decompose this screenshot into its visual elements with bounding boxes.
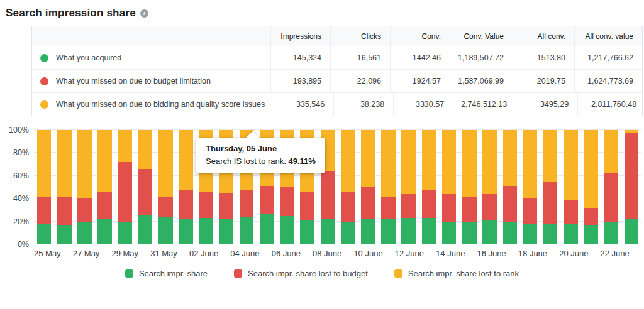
segment-lost-to-rank (462, 130, 477, 197)
bar-slot (419, 130, 439, 244)
segment-lost-to-rank (543, 130, 558, 182)
info-icon[interactable]: i (140, 9, 148, 18)
bar-25-may[interactable] (37, 130, 52, 244)
bar-30-may[interactable] (138, 130, 153, 244)
x-tick-label: 06 June (272, 249, 301, 258)
segment-lost-to-budget (321, 171, 335, 219)
x-axis: 25 May27 May29 May31 May02 June04 June06… (34, 244, 641, 258)
x-tick-label (177, 249, 189, 258)
segment-impr-share (118, 222, 133, 244)
segment-lost-to-budget (361, 187, 375, 219)
x-tick-label (383, 249, 395, 258)
segment-lost-to-budget (97, 192, 112, 219)
bar-slot (155, 130, 175, 244)
segment-lost-to-rank (57, 130, 72, 197)
segment-lost-to-rank (341, 130, 355, 192)
bar-29-may[interactable] (118, 130, 133, 244)
page-header: Search impression share i (0, 0, 644, 19)
bar-13-june[interactable] (422, 130, 436, 244)
segment-impr-share (503, 222, 518, 244)
bar-12-june[interactable] (401, 130, 416, 244)
segment-lost-to-budget (401, 194, 416, 218)
search-impression-share-page: Search impression share i ImpressionsCli… (0, 0, 644, 309)
x-tick-label (218, 249, 230, 258)
segment-impr-share (260, 214, 274, 244)
segment-impr-share (422, 218, 436, 244)
legend-item-search-impr-share-lost-to-budget[interactable]: Search impr. share lost to budget (234, 269, 368, 278)
segment-lost-to-rank (564, 130, 578, 200)
column-header: All conv. (513, 26, 574, 46)
segment-lost-to-rank (604, 130, 619, 173)
legend-label: Search impr. share (139, 269, 208, 278)
value-cell: 1513.80 (513, 46, 574, 69)
segment-lost-to-budget (179, 190, 193, 219)
value-cell: 1924.57 (390, 70, 450, 92)
impression-share-chart: 0%20%40%60%80%100% Thursday, 05 June Sea… (4, 130, 641, 258)
segment-lost-to-budget (604, 173, 619, 221)
bar-14-june[interactable] (442, 130, 457, 244)
legend-item-search-impr-share-lost-to-rank[interactable]: Search impr. share lost to rank (394, 269, 519, 278)
value-cell: 2,746,512.13 (453, 93, 516, 116)
bar-27-may[interactable] (77, 130, 92, 244)
value-cell: 1442.46 (390, 46, 450, 69)
page-title: Search impression share (6, 7, 136, 19)
segment-impr-share (523, 224, 538, 244)
table-body: What you acquired145,32416,5611442.461,1… (32, 46, 642, 116)
bar-19-june[interactable] (543, 130, 558, 244)
tooltip-label: Search IS lost to rank: (206, 156, 289, 166)
segment-impr-share (158, 217, 173, 244)
segment-lost-to-rank (422, 130, 436, 190)
legend-swatch-icon (234, 269, 242, 278)
chart-legend: Search impr. shareSearch impr. share los… (0, 269, 644, 278)
bar-20-june[interactable] (564, 130, 578, 244)
x-tick-label: 18 June (518, 249, 547, 258)
value-cell: 1,217,766.62 (574, 46, 642, 69)
segment-impr-share (37, 224, 52, 244)
bar-15-june[interactable] (462, 130, 477, 244)
segment-impr-share (321, 219, 335, 244)
series-color-dot (40, 100, 48, 109)
bar-31-may[interactable] (158, 130, 173, 244)
bar-22-june[interactable] (604, 130, 619, 244)
value-cell: 145,324 (270, 46, 330, 69)
x-tick-label (547, 249, 559, 258)
segment-impr-share (543, 224, 558, 244)
segment-impr-share (219, 219, 234, 244)
bar-10-june[interactable] (361, 130, 375, 244)
bar-16-june[interactable] (482, 130, 497, 244)
bar-18-june[interactable] (523, 130, 538, 244)
segment-impr-share (625, 219, 639, 244)
bar-28-may[interactable] (97, 130, 112, 244)
legend-item-search-impr-share[interactable]: Search impr. share (125, 269, 208, 278)
segment-impr-share (97, 219, 112, 244)
segment-lost-to-budget (57, 197, 72, 225)
bar-slot (540, 130, 560, 244)
y-axis: 0%20%40%60%80%100% (4, 130, 34, 244)
segment-lost-to-rank (118, 130, 133, 162)
value-cell: 3330.57 (393, 93, 453, 116)
bar-26-may[interactable] (57, 130, 72, 244)
value-cell: 2,811,760.48 (577, 93, 644, 116)
bar-17-june[interactable] (503, 130, 518, 244)
row-label-cell: What you acquired (32, 46, 270, 69)
bar-23-june[interactable] (625, 130, 639, 244)
segment-lost-to-budget (523, 198, 538, 224)
value-cell: 1,587,069.99 (450, 70, 513, 92)
segment-lost-to-rank (442, 130, 457, 194)
segment-impr-share (199, 218, 213, 244)
bar-01-june[interactable] (179, 130, 193, 244)
chart-tooltip: Thursday, 05 June Search IS lost to rank… (196, 138, 325, 173)
segment-impr-share (584, 225, 598, 244)
bar-21-june[interactable] (584, 130, 598, 244)
segment-lost-to-rank (361, 130, 375, 187)
bar-slot (601, 130, 621, 244)
segment-impr-share (77, 222, 92, 244)
bar-11-june[interactable] (381, 130, 396, 244)
segment-lost-to-rank (37, 130, 52, 197)
bar-slot (115, 130, 135, 244)
bar-slot (621, 130, 641, 244)
bar-09-june[interactable] (341, 130, 355, 244)
bar-slot (74, 130, 94, 244)
segment-lost-to-budget (381, 197, 396, 219)
bar-slot (135, 130, 155, 244)
